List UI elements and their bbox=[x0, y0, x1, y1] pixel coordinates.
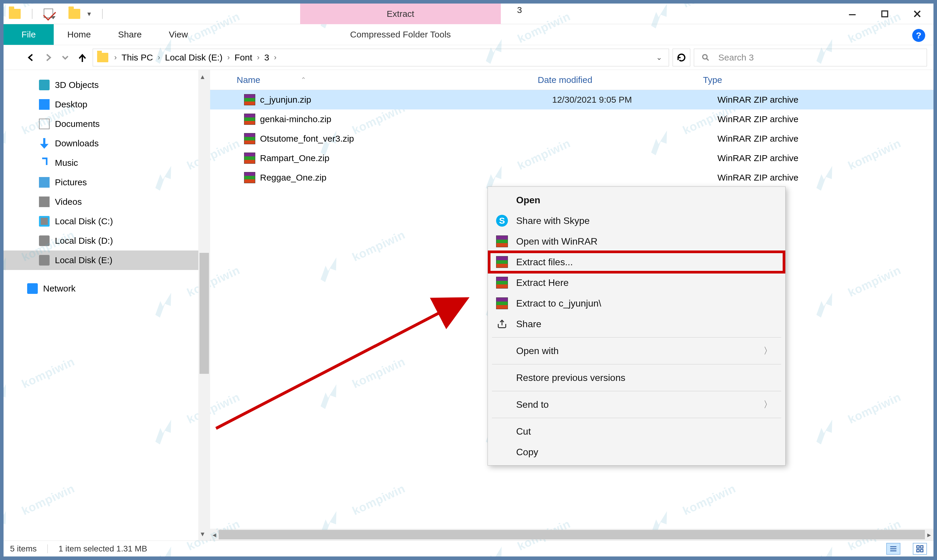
winrar-zip-icon bbox=[244, 152, 255, 164]
blank-icon bbox=[496, 446, 508, 458]
file-type: WinRAR ZIP archive bbox=[717, 134, 934, 144]
new-folder-icon[interactable] bbox=[68, 9, 80, 19]
view-details-button[interactable] bbox=[886, 543, 900, 555]
properties-check-icon[interactable] bbox=[44, 9, 53, 18]
tab-compressed-folder-tools[interactable]: Compressed Folder Tools bbox=[300, 24, 501, 45]
up-button[interactable] bbox=[75, 51, 89, 64]
drive-icon bbox=[39, 235, 49, 246]
contextual-tab-category: Extract bbox=[300, 3, 501, 24]
network-icon bbox=[27, 283, 38, 294]
menu-item-open-with[interactable]: Open with〉 bbox=[489, 340, 784, 361]
menu-item-extract-to[interactable]: Extract to c_jyunjun\ bbox=[489, 293, 784, 314]
scroll-thumb[interactable] bbox=[200, 253, 209, 374]
menu-item-extract-files[interactable]: Extract files... bbox=[489, 252, 784, 272]
sidebar-item-documents[interactable]: Documents bbox=[39, 114, 198, 134]
chevron-right-icon[interactable]: › bbox=[112, 53, 118, 62]
horizontal-scrollbar[interactable] bbox=[210, 529, 934, 540]
sidebar-item-downloads[interactable]: Downloads bbox=[39, 134, 198, 153]
forward-button[interactable] bbox=[41, 51, 55, 64]
skype-icon: S bbox=[496, 215, 508, 226]
file-row[interactable]: genkai-mincho.zip WinRAR ZIP archive bbox=[210, 109, 934, 129]
close-button[interactable] bbox=[901, 5, 934, 23]
menu-item-restore-previous-versions[interactable]: Restore previous versions bbox=[489, 367, 784, 388]
tab-home[interactable]: Home bbox=[54, 24, 105, 45]
scroll-left-icon[interactable] bbox=[210, 531, 218, 539]
menu-item-label: Cut bbox=[516, 426, 772, 437]
sidebar-item-desktop[interactable]: Desktop bbox=[39, 95, 198, 114]
menu-item-copy[interactable]: Copy bbox=[489, 442, 784, 462]
qat-customize-icon[interactable]: ▾ bbox=[87, 10, 91, 18]
file-name: Otsutome_font_ver3.zip bbox=[260, 134, 552, 144]
breadcrumb-item[interactable]: 3 bbox=[261, 52, 272, 63]
menu-item-cut[interactable]: Cut bbox=[489, 421, 784, 442]
menu-item-open-winrar[interactable]: Open with WinRAR bbox=[489, 231, 784, 252]
chevron-right-icon[interactable]: › bbox=[156, 53, 162, 62]
maximize-button[interactable] bbox=[869, 5, 901, 23]
address-dropdown-icon[interactable]: ⌄ bbox=[652, 53, 666, 62]
scroll-track[interactable] bbox=[218, 530, 925, 539]
menu-item-send-to[interactable]: Send to〉 bbox=[489, 394, 784, 415]
folder-icon bbox=[97, 53, 108, 62]
column-header-name[interactable]: Name ⌃ bbox=[237, 75, 538, 85]
address-bar[interactable]: › This PC › Local Disk (E:) › Font › 3 ›… bbox=[93, 49, 669, 66]
svg-line-6 bbox=[706, 58, 709, 60]
context-menu: Open SShare with Skype Open with WinRAR … bbox=[488, 186, 786, 466]
view-large-icons-button[interactable] bbox=[913, 543, 927, 555]
chevron-right-icon[interactable]: › bbox=[272, 53, 278, 62]
sidebar-item-local-disk-c[interactable]: Local Disk (C:) bbox=[39, 212, 198, 231]
breadcrumb-item[interactable]: This PC bbox=[118, 52, 156, 63]
3d-objects-icon bbox=[39, 80, 49, 90]
column-headers: Name ⌃ Date modified Type bbox=[210, 70, 934, 90]
chevron-right-icon[interactable]: › bbox=[255, 53, 262, 62]
scroll-right-icon[interactable] bbox=[925, 531, 934, 539]
window-title: 3 bbox=[517, 5, 522, 15]
menu-item-share[interactable]: Share bbox=[489, 314, 784, 334]
window-controls bbox=[836, 5, 934, 23]
sidebar-item-local-disk-d[interactable]: Local Disk (D:) bbox=[39, 231, 198, 251]
back-button[interactable] bbox=[24, 51, 38, 64]
file-row[interactable]: Rampart_One.zip WinRAR ZIP archive bbox=[210, 148, 934, 168]
file-row[interactable]: c_jyunjun.zip 12/30/2021 9:05 PM WinRAR … bbox=[210, 90, 934, 109]
breadcrumb-item[interactable]: Local Disk (E:) bbox=[162, 52, 225, 63]
drive-icon bbox=[39, 255, 49, 266]
minimize-button[interactable] bbox=[836, 5, 869, 23]
file-type: WinRAR ZIP archive bbox=[717, 153, 934, 163]
blank-icon bbox=[496, 398, 508, 411]
sidebar-item-3d-objects[interactable]: 3D Objects bbox=[39, 75, 198, 95]
blank-icon bbox=[496, 194, 508, 206]
sidebar-item-local-disk-e[interactable]: Local Disk (E:) bbox=[3, 251, 198, 270]
sidebar-item-pictures[interactable]: Pictures bbox=[39, 172, 198, 192]
tab-view[interactable]: View bbox=[155, 24, 201, 45]
sort-indicator-icon: ⌃ bbox=[301, 76, 306, 84]
svg-rect-10 bbox=[917, 546, 919, 548]
tab-share[interactable]: Share bbox=[105, 24, 155, 45]
file-row[interactable]: Otsutome_font_ver3.zip WinRAR ZIP archiv… bbox=[210, 129, 934, 148]
search-input[interactable]: Search 3 bbox=[694, 49, 927, 66]
menu-item-extract-here[interactable]: Extract Here bbox=[489, 272, 784, 293]
tab-file[interactable]: File bbox=[3, 24, 54, 45]
scroll-thumb[interactable] bbox=[218, 530, 925, 539]
column-label: Name bbox=[237, 75, 260, 85]
sidebar-item-label: Network bbox=[43, 283, 75, 294]
sidebar-item-videos[interactable]: Videos bbox=[39, 192, 198, 212]
navigation-pane: 3D Objects Desktop Documents Downloads M… bbox=[3, 70, 210, 540]
menu-item-label: Open with bbox=[516, 346, 755, 357]
menu-item-label: Restore previous versions bbox=[516, 372, 772, 383]
column-header-date[interactable]: Date modified bbox=[538, 75, 703, 85]
chevron-right-icon[interactable]: › bbox=[225, 53, 232, 62]
file-row[interactable]: Reggae_One.zip WinRAR ZIP archive bbox=[210, 168, 934, 187]
sidebar-item-music[interactable]: Music bbox=[39, 153, 198, 172]
column-header-type[interactable]: Type bbox=[703, 75, 934, 85]
refresh-button[interactable] bbox=[672, 49, 690, 66]
share-icon bbox=[496, 318, 508, 330]
breadcrumb-item[interactable]: Font bbox=[232, 52, 255, 63]
help-button[interactable]: ? bbox=[912, 29, 925, 42]
menu-item-share-skype[interactable]: SShare with Skype bbox=[489, 210, 784, 231]
sidebar-scrollbar[interactable] bbox=[198, 70, 210, 540]
menu-item-open[interactable]: Open bbox=[489, 190, 784, 210]
sidebar-item-network[interactable]: Network bbox=[27, 279, 198, 298]
winrar-icon bbox=[496, 297, 508, 309]
recent-locations-button[interactable] bbox=[58, 51, 72, 64]
svg-rect-11 bbox=[920, 546, 923, 548]
folder-icon bbox=[9, 9, 21, 19]
